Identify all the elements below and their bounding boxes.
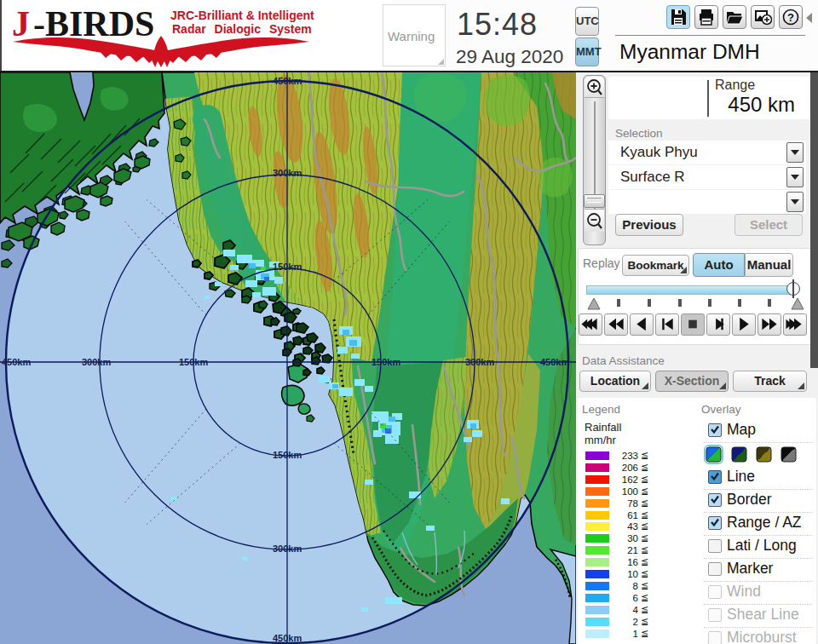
svg-text:450km: 450km [273, 633, 302, 643]
svg-text:150km: 150km [372, 357, 400, 367]
svg-text:300km: 300km [273, 543, 302, 554]
svg-text:450km: 450km [273, 76, 302, 86]
svg-text:150km: 150km [273, 262, 302, 272]
svg-text:?: ? [787, 11, 794, 24]
svg-text:300km: 300km [82, 357, 111, 367]
svg-text:150km: 150km [273, 450, 302, 460]
svg-text:450km: 450km [2, 357, 31, 367]
svg-text:150km: 150km [179, 357, 208, 367]
svg-text:450km: 450km [540, 357, 569, 367]
svg-text:300km: 300km [273, 168, 302, 178]
svg-text:300km: 300km [465, 357, 494, 367]
